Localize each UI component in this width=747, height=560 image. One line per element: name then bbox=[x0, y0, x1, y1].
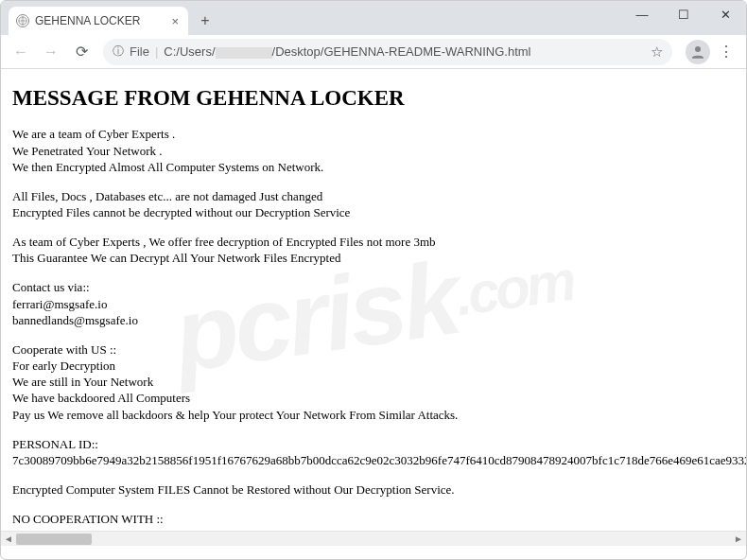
intro-block: We are a team of Cyber Experts . We Pene… bbox=[12, 126, 735, 174]
nocoop-label: NO COOPERATION WITH :: bbox=[12, 511, 735, 527]
personal-id-value: 7c30089709bb6e7949a32b2158856f1951f16767… bbox=[12, 452, 735, 468]
redacted-username bbox=[216, 47, 272, 59]
scrollbar-thumb[interactable] bbox=[16, 534, 92, 545]
browser-menu-button[interactable]: ⋮ bbox=[712, 43, 740, 61]
close-tab-icon[interactable]: × bbox=[169, 14, 181, 28]
scroll-right-arrow-icon[interactable]: ► bbox=[731, 532, 746, 547]
coop-label: Cooperate with US :: bbox=[12, 341, 735, 358]
tab-title: GEHENNA LOCKER bbox=[35, 14, 164, 27]
url-prefix: C:/Users/ bbox=[164, 44, 215, 59]
files-line: All Files, Docs , Databases etc... are n… bbox=[12, 188, 735, 204]
offer-line: As team of Cyber Experts , We offer free… bbox=[12, 234, 735, 250]
restore-note: Encrypted Computer System FILES Cannot b… bbox=[12, 481, 735, 498]
browser-toolbar: ← → ⟳ ⓘ File | C:/Users//Desktop/GEHENNA… bbox=[1, 35, 746, 69]
coop-line: We have backdoored All Computers bbox=[12, 390, 735, 406]
contact-block: Contact us via:: ferrari@msgsafe.io bann… bbox=[12, 279, 735, 327]
reload-button[interactable]: ⟳ bbox=[67, 38, 96, 66]
file-info-icon: ⓘ bbox=[113, 44, 124, 60]
contact-label: Contact us via:: bbox=[12, 279, 735, 295]
contact-email: ferrari@msgsafe.io bbox=[12, 296, 735, 312]
forward-button[interactable]: → bbox=[37, 38, 65, 66]
offer-block: As team of Cyber Experts , We offer free… bbox=[12, 234, 735, 266]
horizontal-scrollbar[interactable]: ◄ ► bbox=[1, 531, 746, 546]
cooperate-block: Cooperate with US :: For early Decryptio… bbox=[12, 341, 735, 423]
browser-tab-active[interactable]: GEHENNA LOCKER × bbox=[9, 7, 188, 35]
new-tab-button[interactable]: + bbox=[192, 8, 218, 34]
window-minimize-button[interactable]: — bbox=[621, 1, 663, 27]
window-controls: — ☐ ✕ bbox=[621, 1, 746, 27]
bookmark-star-icon[interactable]: ☆ bbox=[651, 44, 663, 61]
scroll-left-arrow-icon[interactable]: ◄ bbox=[1, 532, 16, 547]
scrollbar-track[interactable] bbox=[16, 532, 731, 546]
files-block: All Files, Docs , Databases etc... are n… bbox=[12, 188, 735, 220]
page-body: MESSAGE FROM GEHENNA LOCKER We are a tea… bbox=[1, 69, 746, 546]
coop-line: Pay us We remove all backdoors & help Yo… bbox=[12, 407, 735, 423]
window-close-button[interactable]: ✕ bbox=[704, 1, 746, 27]
url-suffix: /Desktop/GEHENNA-README-WARNING.html bbox=[272, 44, 531, 59]
personal-id-label: PERSONAL ID:: bbox=[12, 436, 735, 452]
coop-line: We are still in Your Network bbox=[12, 374, 735, 390]
person-icon bbox=[689, 44, 706, 61]
profile-avatar-button[interactable] bbox=[686, 40, 710, 64]
restore-note-block: Encrypted Computer System FILES Cannot b… bbox=[12, 481, 735, 498]
intro-line: We then Encrypted Almost All Computer Sy… bbox=[12, 159, 735, 175]
window-maximize-button[interactable]: ☐ bbox=[663, 1, 704, 27]
coop-line: For early Decryption bbox=[12, 358, 735, 374]
browser-tabstrip: GEHENNA LOCKER × + — ☐ ✕ bbox=[1, 1, 746, 35]
globe-icon bbox=[16, 14, 29, 27]
contact-email: bannedlands@msgsafe.io bbox=[12, 312, 735, 328]
file-scheme-chip: File bbox=[130, 44, 149, 59]
page-title: MESSAGE FROM GEHENNA LOCKER bbox=[12, 84, 735, 113]
divider: | bbox=[155, 44, 158, 59]
back-button[interactable]: ← bbox=[7, 38, 35, 66]
url-text: C:/Users//Desktop/GEHENNA-README-WARNING… bbox=[164, 44, 645, 59]
offer-line: This Guarantee We can Decrypt All Your N… bbox=[12, 250, 735, 266]
intro-line: We are a team of Cyber Experts . bbox=[12, 126, 735, 142]
personal-id-block: PERSONAL ID:: 7c30089709bb6e7949a32b2158… bbox=[12, 436, 735, 468]
page-viewport: MESSAGE FROM GEHENNA LOCKER We are a tea… bbox=[1, 69, 746, 546]
address-bar[interactable]: ⓘ File | C:/Users//Desktop/GEHENNA-READM… bbox=[103, 39, 672, 65]
files-line: Encrypted Files cannot be decrypted with… bbox=[12, 204, 735, 220]
intro-line: We Penetrated Your Network . bbox=[12, 143, 735, 159]
svg-point-1 bbox=[695, 46, 701, 52]
